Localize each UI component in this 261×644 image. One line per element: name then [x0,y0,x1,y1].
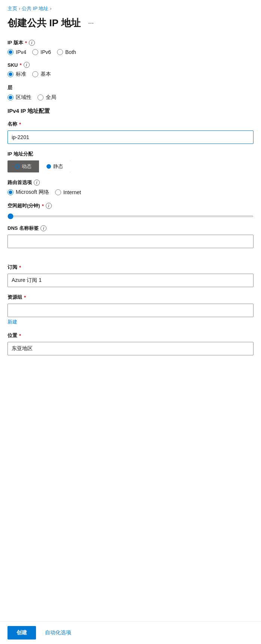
ip-allocation-toggle[interactable]: 动态 静态 [8,160,70,172]
new-resource-group-link[interactable]: 新建 [8,319,17,325]
ip-version-both-option[interactable]: Both [57,49,76,55]
subscription-label: 订阅 * [8,264,254,271]
ip-allocation-dynamic[interactable]: 动态 [8,160,39,172]
ip-allocation-group: IP 地址分配 动态 静态 [8,151,254,172]
idle-timeout-slider-container [8,212,254,218]
location-label: 位置 * [8,332,254,339]
ip-version-ipv6-option[interactable]: IPv6 [32,49,51,55]
routing-internet-label: Internet [63,189,81,195]
subscription-input[interactable] [8,274,254,287]
resource-group-group: 资源组 * 新建 [8,294,254,325]
sku-label: SKU * i [8,62,254,68]
tier-label: 层 [8,84,254,91]
static-dot [46,164,51,169]
dns-input[interactable] [8,235,254,248]
tier-regional-label: 区域性 [16,94,32,101]
ip-version-options: IPv4 IPv6 Both [8,49,254,55]
create-button[interactable]: 创建 [8,626,36,640]
ip-version-required: * [25,40,27,46]
routing-preference-group: 路由首选项 i Microsoft 网络 Internet [8,179,254,196]
page-title: 创建公共 IP 地址 [8,16,81,30]
breadcrumb: 主页 › 公共 IP 地址 › [0,0,261,15]
ip-version-group: IP 版本 * i IPv4 IPv6 Both [8,39,254,55]
subscription-required: * [19,265,21,270]
tier-global-option[interactable]: 全局 [38,94,56,101]
name-group: 名称 * [8,121,254,144]
dns-info-icon[interactable]: i [40,225,46,231]
tier-global-radio[interactable] [38,94,44,100]
page-header: 创建公共 IP 地址 ··· [0,15,261,36]
idle-timeout-group: 空闲超时(分钟) * i [8,202,254,218]
ip-version-ipv6-radio[interactable] [32,49,38,55]
sku-standard-radio[interactable] [8,71,14,77]
dns-label-label: DNS 名称标签 i [8,225,254,232]
automation-button[interactable]: 自动化选项 [39,626,77,639]
routing-internet-option[interactable]: Internet [55,189,81,195]
routing-microsoft-radio[interactable] [8,189,14,195]
sku-required: * [20,62,21,68]
routing-options: Microsoft 网络 Internet [8,189,254,196]
form-section: IP 版本 * i IPv4 IPv6 Both SKU * i [0,36,261,396]
tier-options: 区域性 全局 [8,94,254,101]
sku-basic-option[interactable]: 基本 [32,71,51,78]
breadcrumb-home[interactable]: 主页 [8,5,17,12]
sku-standard-label: 标准 [16,71,26,78]
ip-version-ipv6-label: IPv6 [40,49,51,55]
idle-timeout-required: * [42,203,44,209]
location-required: * [19,333,21,338]
resource-group-label: 资源组 * [8,294,254,301]
ip-allocation-label: IP 地址分配 [8,151,254,157]
tier-group: 层 区域性 全局 [8,84,254,101]
name-label: 名称 * [8,121,254,127]
sku-basic-label: 基本 [40,71,51,78]
routing-preference-label: 路由首选项 i [8,179,254,186]
routing-microsoft-option[interactable]: Microsoft 网络 [8,189,49,196]
idle-timeout-info-icon[interactable]: i [46,203,52,209]
tier-global-label: 全局 [46,94,56,101]
sku-options: 标准 基本 [8,71,254,78]
ip-version-info-icon[interactable]: i [29,40,35,46]
sku-standard-option[interactable]: 标准 [8,71,26,78]
sku-group: SKU * i 标准 基本 [8,62,254,78]
tier-regional-radio[interactable] [8,94,14,100]
dns-label-group: DNS 名称标签 i [8,225,254,248]
routing-internet-radio[interactable] [55,189,61,195]
resource-group-input[interactable] [8,304,254,317]
name-input[interactable] [8,130,254,144]
location-input[interactable] [8,342,254,355]
tier-regional-option[interactable]: 区域性 [8,94,32,101]
location-group: 位置 * [8,332,254,355]
breadcrumb-public-ip[interactable]: 公共 IP 地址 [22,5,48,12]
more-options-button[interactable]: ··· [85,17,97,29]
breadcrumb-sep2: › [50,6,51,11]
ip-version-both-label: Both [65,49,76,55]
routing-info-icon[interactable]: i [34,180,40,186]
dynamic-dot [15,164,20,169]
subscription-group: 订阅 * [8,264,254,287]
routing-microsoft-label: Microsoft 网络 [16,189,49,196]
idle-timeout-slider[interactable] [8,216,254,217]
sku-basic-radio[interactable] [32,71,38,77]
ip-version-both-radio[interactable] [57,49,63,55]
idle-timeout-label: 空闲超时(分钟) * i [8,202,254,209]
bottom-bar: 创建 自动化选项 [0,621,261,644]
ip-version-ipv4-option[interactable]: IPv4 [8,49,26,55]
ip-version-label: IP 版本 * i [8,39,254,46]
name-required: * [19,121,21,127]
ip-version-ipv4-radio[interactable] [8,49,14,55]
ip-allocation-static[interactable]: 静态 [39,160,70,172]
ip-version-ipv4-label: IPv4 [16,49,26,55]
resource-group-required: * [24,295,26,300]
ipv4-section-title: IPv4 IP 地址配置 [8,108,254,115]
sku-info-icon[interactable]: i [24,62,30,68]
breadcrumb-sep1: › [19,6,20,11]
